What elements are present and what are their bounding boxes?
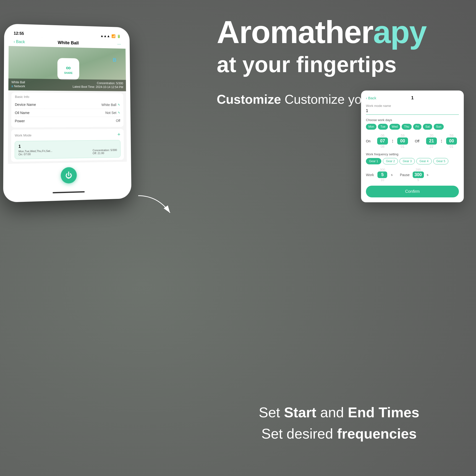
work-mode-section: Work Mode + 1 Mon,Tue,Wed,Thu,Fri,Sat...… [11, 129, 124, 162]
arrow-svg [133, 191, 177, 220]
device-overlay: White Ball Concentration: 5/300 ʙ Networ… [8, 79, 126, 91]
nav-back-button[interactable]: ‹ Back [14, 39, 25, 44]
on-prev-hour: 06 [381, 134, 385, 137]
work-next-value: 10 [381, 178, 384, 182]
concentration-label: Concentration: 5/300 [97, 82, 123, 85]
power-value: Off [116, 119, 120, 122]
off-label: Off [415, 139, 422, 143]
gear-1-button[interactable]: Gear 1 [366, 158, 381, 164]
oil-name-edit-icon[interactable]: ✎ [118, 111, 120, 115]
pause-next-value: 5 [417, 178, 419, 182]
gear-2-button[interactable]: Gear 2 [383, 158, 398, 164]
on-hour-selected: 07 [377, 137, 388, 145]
day-wed[interactable]: Wed [390, 124, 400, 130]
off-prev-minute: 59 [450, 134, 454, 137]
device-name-value: White Ball ✎ [102, 103, 120, 107]
headline-part1-teal: apy [373, 14, 426, 50]
work-mode-label: Work Mode [15, 133, 31, 137]
work-value-selected: 5 [377, 171, 387, 178]
on-label: On [366, 139, 373, 143]
battery-icon: 🔋 [117, 34, 120, 38]
network-label: ʙ Network [12, 85, 25, 88]
off-hour-selected: 21 [426, 137, 437, 145]
oil-name-row: Oil Name Not Set ✎ [15, 109, 120, 117]
device-name-edit-icon[interactable]: ✎ [118, 103, 120, 107]
work-mode-card[interactable]: 1 Mon,Tue,Wed,Thu,Fri,Sat... On: 07:00 C… [15, 140, 120, 159]
power-field-label: Power [15, 119, 25, 123]
work-mode-number: 1 [18, 143, 117, 149]
off-minute-selected: 00 [446, 137, 457, 145]
device-name-field-label: Device Name [15, 102, 36, 106]
power-button-area: ⏻ [8, 162, 127, 191]
off-hour-scroll[interactable]: 20 21 22 [424, 134, 439, 149]
work-label: Work [366, 173, 374, 177]
time-picker-row: On 06 07 08 : 59 00 01 Off [366, 134, 459, 149]
work-pause-row: Work 300 5 10 s Pause 295 300 5 s [366, 168, 459, 182]
work-scroll[interactable]: 300 5 10 [376, 168, 389, 182]
gear-3-button[interactable]: Gear 3 [399, 158, 415, 164]
headline-part1: Aromather [217, 14, 373, 50]
settings-panel: ‹ Back 1 Work mode name 1 Choose work da… [361, 90, 464, 202]
work-mode-name-value[interactable]: 1 [366, 109, 459, 115]
off-time-picker: Off 20 21 22 : 59 00 01 [415, 134, 459, 149]
off-minute-scroll[interactable]: 59 00 01 [444, 134, 459, 149]
off-time-colon: : [441, 138, 442, 144]
network-line: ʙ Network Latest Boot Time: 2024-10-14 1… [12, 85, 123, 89]
off-next-minute: 01 [450, 145, 454, 149]
gear-4-button[interactable]: Gear 4 [416, 158, 432, 164]
work-unit: s [391, 173, 392, 177]
phone-mockup: 12:55 ▲▲▲ 📶 🔋 ‹ Back White Ball ··· ∞ [3, 24, 132, 203]
device-name-row: Device Name White Ball ✎ [15, 101, 120, 109]
device-name-line: White Ball Concentration: 5/300 [12, 81, 123, 85]
on-time-colon: : [392, 138, 393, 144]
on-minute-scroll[interactable]: 59 00 01 [395, 134, 410, 149]
work-frequency-label: Work frequency setting [366, 153, 459, 156]
power-icon: ⏻ [65, 171, 72, 180]
bottom-text-area: Set Start and End Times Set desired freq… [217, 404, 461, 447]
work-mode-name-label: Work mode name [366, 104, 459, 108]
day-sat[interactable]: Sat [423, 124, 432, 130]
device-name-label: White Ball [12, 81, 25, 84]
basic-info-label: Basic Info [15, 95, 120, 99]
day-sun[interactable]: Sun [434, 124, 444, 130]
pause-prev-value: 295 [416, 168, 421, 171]
pause-label: Pause [400, 173, 410, 177]
headline: Aromatherapy [217, 15, 461, 50]
pause-scroll[interactable]: 295 300 5 [412, 168, 425, 182]
bottom-text-1: Set Start and End Times [217, 404, 461, 421]
day-mon[interactable]: Mon [366, 124, 376, 130]
day-thu[interactable]: Thu [402, 124, 412, 130]
gear-buttons: Gear 1 Gear 2 Gear 3 Gear 4 Gear 5 [366, 158, 459, 164]
home-bar [52, 191, 85, 193]
oil-name-value: Not Set ✎ [105, 111, 120, 115]
day-tue[interactable]: Tue [378, 124, 388, 130]
off-next-hour: 22 [429, 145, 433, 149]
add-work-mode-button[interactable]: + [118, 131, 120, 138]
settings-back-button[interactable]: ‹ Back [366, 96, 376, 100]
arrow-connector [133, 191, 177, 220]
work-prev-value: 300 [380, 168, 385, 171]
work-mode-header: Work Mode + [15, 131, 120, 139]
settings-nav: ‹ Back 1 [366, 95, 459, 101]
pause-value-selected: 300 [413, 171, 424, 178]
status-time: 12:55 [14, 31, 24, 36]
off-prev-hour: 20 [429, 134, 433, 137]
oil-name-field-label: Oil Name [15, 111, 30, 115]
status-icons: ▲▲▲ 📶 🔋 [100, 34, 121, 38]
on-next-minute: 01 [401, 145, 405, 149]
choose-work-days-label: Choose work days [366, 118, 459, 122]
day-buttons: Mon Tue Wed Thu Fri Sat Sun [366, 124, 459, 130]
work-mode-off-time: Off: 21:00 [93, 152, 117, 154]
on-hour-scroll[interactable]: 06 07 08 [375, 134, 390, 149]
on-next-hour: 08 [381, 145, 385, 149]
phone-screen: 12:55 ▲▲▲ 📶 🔋 ‹ Back White Ball ··· ∞ [8, 28, 127, 198]
subheadline: at your fingertips [217, 52, 461, 77]
on-minute-selected: 00 [397, 137, 408, 145]
phone-container: 12:55 ▲▲▲ 📶 🔋 ‹ Back White Ball ··· ∞ [5, 24, 132, 199]
day-fri[interactable]: Fri [413, 124, 422, 130]
power-button[interactable]: ⏻ [61, 167, 77, 184]
confirm-button[interactable]: Confirm [366, 186, 459, 197]
nav-more-button[interactable]: ··· [118, 42, 121, 47]
gear-5-button[interactable]: Gear 5 [433, 158, 449, 164]
work-mode-details: Mon,Tue,Wed,Thu,Fri,Sat... On: 07:00 Con… [18, 149, 117, 156]
